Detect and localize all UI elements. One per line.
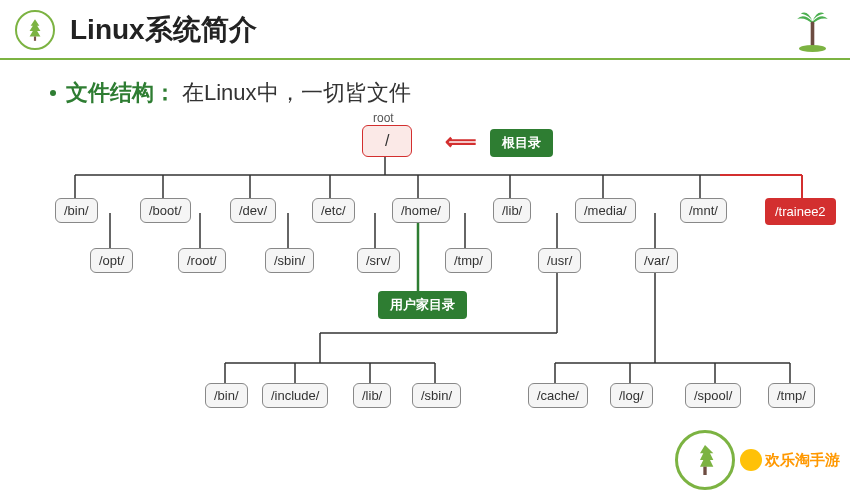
svg-rect-37	[703, 467, 706, 475]
node-opt: /opt/	[90, 248, 133, 273]
badge-root: 根目录	[490, 129, 553, 157]
node-bin: /bin/	[55, 198, 98, 223]
watermark-logo	[675, 430, 735, 490]
smiley-icon	[740, 449, 762, 471]
node-trainee: /trainee2	[765, 198, 836, 225]
bullet-icon	[50, 90, 56, 96]
node-boot: /boot/	[140, 198, 191, 223]
node-media: /media/	[575, 198, 636, 223]
node-var-tmp: /tmp/	[768, 383, 815, 408]
palm-icon	[790, 8, 835, 53]
root-text-label: root	[373, 111, 394, 125]
node-usr-bin: /bin/	[205, 383, 248, 408]
node-etc: /etc/	[312, 198, 355, 223]
node-var: /var/	[635, 248, 678, 273]
node-usr: /usr/	[538, 248, 581, 273]
logo-right	[790, 8, 835, 57]
arrow-icon: ⟸	[445, 129, 477, 155]
node-var-spool: /spool/	[685, 383, 741, 408]
node-tmp: /tmp/	[445, 248, 492, 273]
node-usr-sbin: /sbin/	[412, 383, 461, 408]
subtitle-text: 在Linux中，一切皆文件	[182, 78, 411, 108]
node-home: /home/	[392, 198, 450, 223]
page-title: Linux系统简介	[70, 11, 257, 49]
node-root: /	[362, 125, 412, 157]
node-root-dir: /root/	[178, 248, 226, 273]
watermark-text: 欢乐淘手游	[765, 451, 840, 470]
node-srv: /srv/	[357, 248, 400, 273]
node-sbin: /sbin/	[265, 248, 314, 273]
svg-rect-0	[34, 37, 36, 41]
subtitle-label: 文件结构：	[66, 78, 176, 108]
tree-icon	[685, 440, 725, 480]
node-mnt: /mnt/	[680, 198, 727, 223]
node-lib: /lib/	[493, 198, 531, 223]
header: Linux系统简介	[0, 0, 850, 60]
tree-icon	[22, 17, 48, 43]
badge-home: 用户家目录	[378, 291, 467, 319]
subtitle-row: 文件结构： 在Linux中，一切皆文件	[0, 60, 850, 113]
svg-rect-1	[811, 22, 815, 47]
node-usr-lib: /lib/	[353, 383, 391, 408]
node-var-cache: /cache/	[528, 383, 588, 408]
watermark: 欢乐淘手游	[675, 430, 840, 490]
svg-point-2	[799, 45, 826, 52]
node-var-log: /log/	[610, 383, 653, 408]
node-dev: /dev/	[230, 198, 276, 223]
logo-left	[15, 10, 55, 50]
node-usr-include: /include/	[262, 383, 328, 408]
